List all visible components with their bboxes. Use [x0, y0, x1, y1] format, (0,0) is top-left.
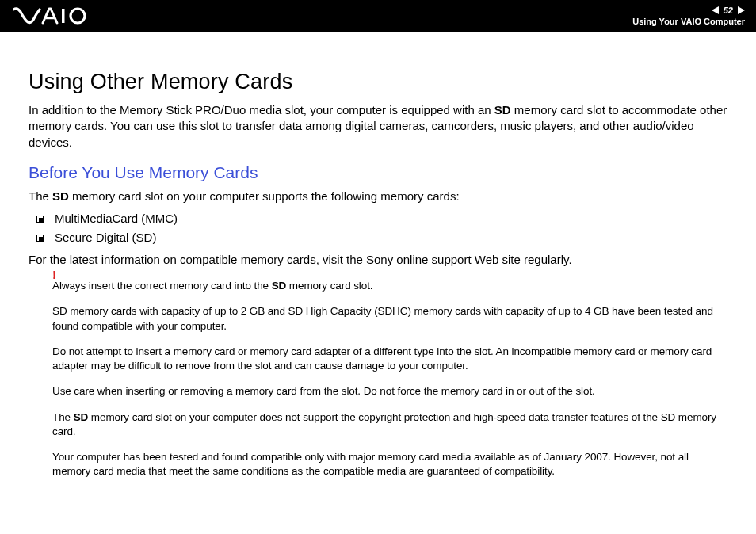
list-item-label: MultiMediaCard (MMC) — [55, 209, 178, 228]
page-number: 52 — [724, 6, 733, 15]
bullet-icon — [36, 235, 44, 242]
warning-text: Do not attempt to insert a memory card o… — [52, 345, 727, 373]
text: In addition to the Memory Stick PRO/Duo … — [29, 103, 494, 116]
header-right: 52 Using Your VAIO Computer — [632, 6, 745, 26]
warning-icon: ! — [52, 268, 56, 281]
content-area: Using Other Memory Cards In addition to … — [0, 32, 756, 479]
svg-point-2 — [71, 9, 85, 23]
intro-paragraph: In addition to the Memory Stick PRO/Duo … — [29, 102, 727, 151]
support-paragraph: The SD memory card slot on your computer… — [29, 189, 727, 204]
breadcrumb: Using Your VAIO Computer — [632, 17, 745, 26]
warning-text: The SD memory card slot on your computer… — [52, 410, 727, 439]
warning-text: Use care when inserting or removing a me… — [52, 384, 727, 399]
page-title: Using Other Memory Cards — [29, 70, 727, 94]
warning-text: Your computer has been tested and found … — [52, 450, 727, 479]
section-heading: Before You Use Memory Cards — [29, 163, 727, 182]
text: memory card slot on your computer suppor… — [69, 189, 460, 203]
svg-rect-1 — [62, 9, 65, 23]
warning-text: SD memory cards with capacity of up to 2… — [52, 304, 727, 333]
warning-block: ! Always insert the correct memory card … — [29, 279, 727, 479]
text: The — [52, 411, 74, 423]
text: The — [29, 189, 52, 203]
list-item-label: Secure Digital (SD) — [55, 228, 156, 247]
text-bold: SD — [52, 189, 69, 203]
text-bold: SD — [272, 280, 287, 292]
text: memory card slot on your computer does n… — [52, 411, 716, 437]
header-bar: 52 Using Your VAIO Computer — [0, 0, 756, 32]
memory-card-list: MultiMediaCard (MMC) Secure Digital (SD) — [29, 209, 727, 247]
text-bold: SD — [74, 411, 89, 423]
prev-page-icon[interactable] — [712, 6, 719, 14]
bullet-icon — [36, 216, 44, 223]
vaio-logo — [13, 7, 89, 25]
text-bold: SD — [494, 103, 511, 116]
latest-info-paragraph: For the latest information on compatible… — [29, 252, 727, 268]
list-item: MultiMediaCard (MMC) — [36, 209, 727, 228]
list-item: Secure Digital (SD) — [36, 228, 727, 247]
warning-text: Always insert the correct memory card in… — [52, 279, 727, 293]
page-nav: 52 — [712, 6, 745, 15]
text: memory card slot. — [286, 280, 372, 292]
text: Always insert the correct memory card in… — [52, 280, 272, 292]
next-page-icon[interactable] — [738, 6, 745, 14]
